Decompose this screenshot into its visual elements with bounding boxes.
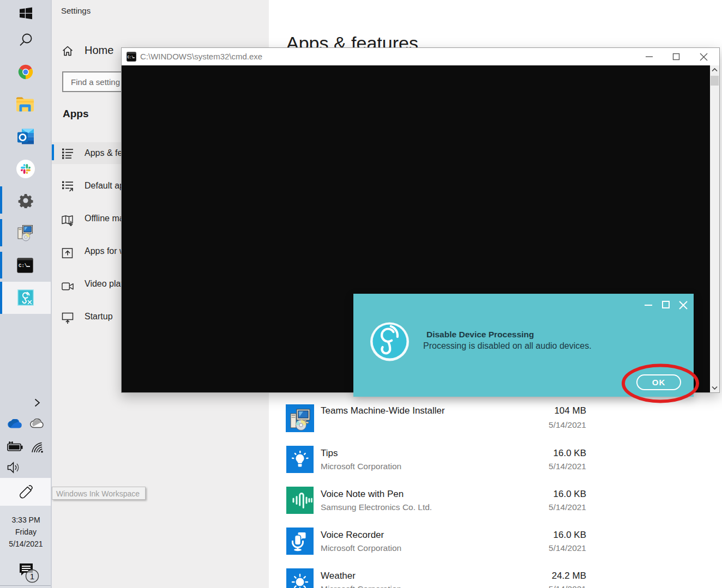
svg-text:C:\: C:\ xyxy=(128,56,134,59)
svg-text:1: 1 xyxy=(30,572,34,581)
svg-text:C:\: C:\ xyxy=(19,263,28,269)
